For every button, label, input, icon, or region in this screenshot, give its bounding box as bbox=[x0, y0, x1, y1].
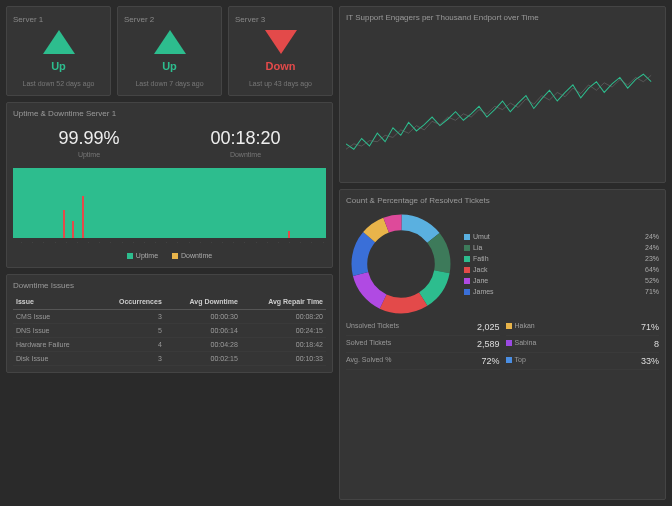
table-cell: DNS Issue bbox=[13, 324, 97, 338]
table-row[interactable]: CMS Issue300:00:3000:08:20 bbox=[13, 310, 326, 324]
table-cell: 00:06:14 bbox=[165, 324, 241, 338]
downtime-spike bbox=[82, 196, 84, 238]
downtime-spike bbox=[63, 210, 65, 238]
bottom-stats: Unsolved Tickets2,025Solved Tickets2,589… bbox=[346, 319, 659, 370]
uptime-bar-chart bbox=[13, 168, 326, 238]
donut-title: Count & Percentage of Resolved Tickets bbox=[346, 196, 659, 205]
table-cell: 00:10:33 bbox=[241, 352, 326, 366]
table-cell: 00:18:42 bbox=[241, 338, 326, 352]
issues-header-row: IssueOccurrencesAvg DowntimeAvg Repair T… bbox=[13, 294, 326, 310]
table-cell: Disk Issue bbox=[13, 352, 97, 366]
donut-chart bbox=[346, 209, 456, 319]
server-status: Up bbox=[124, 60, 215, 72]
line-chart-panel: IT Support Engagers per Thousand Endport… bbox=[339, 6, 666, 183]
column-header: Occurrences bbox=[97, 294, 165, 310]
table-cell: 5 bbox=[97, 324, 165, 338]
server-row: Server 1 Up Last down 52 days ago Server… bbox=[6, 6, 333, 96]
server-name: Server 2 bbox=[124, 15, 215, 24]
issues-body: CMS Issue300:00:3000:08:20DNS Issue500:0… bbox=[13, 310, 326, 366]
table-cell: 00:24:15 bbox=[241, 324, 326, 338]
issues-title: Downtime Issues bbox=[13, 281, 326, 290]
table-cell: 4 bbox=[97, 338, 165, 352]
stat-row: Unsolved Tickets2,025 bbox=[346, 319, 500, 336]
server-subtext: Last down 52 days ago bbox=[13, 80, 104, 87]
uptime-stat: 99.99% Uptime bbox=[58, 128, 119, 158]
dashboard: Server 1 Up Last down 52 days ago Server… bbox=[0, 0, 672, 506]
legend-item: Jack64% bbox=[464, 264, 659, 275]
legend-item: Jane52% bbox=[464, 275, 659, 286]
stat-row: Avg. Solved %72% bbox=[346, 353, 500, 370]
line-chart-title: IT Support Engagers per Thousand Endport… bbox=[346, 13, 659, 22]
uptime-label: Uptime bbox=[58, 151, 119, 158]
stat-row: Sabina8 bbox=[506, 336, 660, 353]
server-name: Server 3 bbox=[235, 15, 326, 24]
triangle-up-icon bbox=[154, 30, 186, 54]
legend-item: Fatih23% bbox=[464, 253, 659, 264]
stats-left: Unsolved Tickets2,025Solved Tickets2,589… bbox=[346, 319, 500, 370]
stat-row: Solved Tickets2,589 bbox=[346, 336, 500, 353]
table-cell: 00:00:30 bbox=[165, 310, 241, 324]
uptime-legend: Uptime Downtime bbox=[13, 246, 326, 261]
table-cell: 00:02:15 bbox=[165, 352, 241, 366]
table-row[interactable]: DNS Issue500:06:1400:24:15 bbox=[13, 324, 326, 338]
server-status: Down bbox=[235, 60, 326, 72]
stat-row: Top33% bbox=[506, 353, 660, 370]
downtime-label: Downtime bbox=[210, 151, 280, 158]
downtime-value: 00:18:20 bbox=[210, 128, 280, 149]
stat-row: Hakan71% bbox=[506, 319, 660, 336]
table-cell: 00:08:20 bbox=[241, 310, 326, 324]
legend-item: Lia24% bbox=[464, 242, 659, 253]
stats-right: Hakan71%Sabina8Top33% bbox=[506, 319, 660, 370]
donut-legend: Umut24%Lia24%Fatih23%Jack64%Jane52%James… bbox=[464, 231, 659, 298]
table-cell: 3 bbox=[97, 352, 165, 366]
table-row[interactable]: Hardware Failure400:04:2800:18:42 bbox=[13, 338, 326, 352]
downtime-spike bbox=[72, 221, 74, 239]
column-header: Issue bbox=[13, 294, 97, 310]
uptime-title: Uptime & Downtime Server 1 bbox=[13, 109, 326, 118]
left-column: Server 1 Up Last down 52 days ago Server… bbox=[6, 6, 333, 500]
table-cell: Hardware Failure bbox=[13, 338, 97, 352]
server-card[interactable]: Server 2 Up Last down 7 days ago bbox=[117, 6, 222, 96]
column-header: Avg Repair Time bbox=[241, 294, 326, 310]
donut-panel: Count & Percentage of Resolved Tickets U… bbox=[339, 189, 666, 500]
server-subtext: Last down 7 days ago bbox=[124, 80, 215, 87]
legend-item: James71% bbox=[464, 286, 659, 297]
table-row[interactable]: Disk Issue300:02:1500:10:33 bbox=[13, 352, 326, 366]
table-cell: 3 bbox=[97, 310, 165, 324]
issues-table: IssueOccurrencesAvg DowntimeAvg Repair T… bbox=[13, 294, 326, 366]
right-column: IT Support Engagers per Thousand Endport… bbox=[339, 6, 666, 500]
legend-item: Umut24% bbox=[464, 231, 659, 242]
issues-panel: Downtime Issues IssueOccurrencesAvg Down… bbox=[6, 274, 333, 373]
server-card[interactable]: Server 3 Down Last up 43 days ago bbox=[228, 6, 333, 96]
legend-uptime: Uptime bbox=[127, 252, 158, 259]
uptime-panel: Uptime & Downtime Server 1 99.99% Uptime… bbox=[6, 102, 333, 268]
legend-downtime: Downtime bbox=[172, 252, 212, 259]
triangle-up-icon bbox=[43, 30, 75, 54]
table-cell: CMS Issue bbox=[13, 310, 97, 324]
line-series-overlay bbox=[346, 75, 651, 149]
uptime-stats: 99.99% Uptime 00:18:20 Downtime bbox=[13, 122, 326, 164]
server-card[interactable]: Server 1 Up Last down 52 days ago bbox=[6, 6, 111, 96]
uptime-value: 99.99% bbox=[58, 128, 119, 149]
table-cell: 00:04:28 bbox=[165, 338, 241, 352]
column-header: Avg Downtime bbox=[165, 294, 241, 310]
line-chart bbox=[346, 26, 659, 176]
triangle-down-icon bbox=[265, 30, 297, 54]
downtime-stat: 00:18:20 Downtime bbox=[210, 128, 280, 158]
server-name: Server 1 bbox=[13, 15, 104, 24]
server-subtext: Last up 43 days ago bbox=[235, 80, 326, 87]
line-series bbox=[346, 74, 651, 149]
server-status: Up bbox=[13, 60, 104, 72]
